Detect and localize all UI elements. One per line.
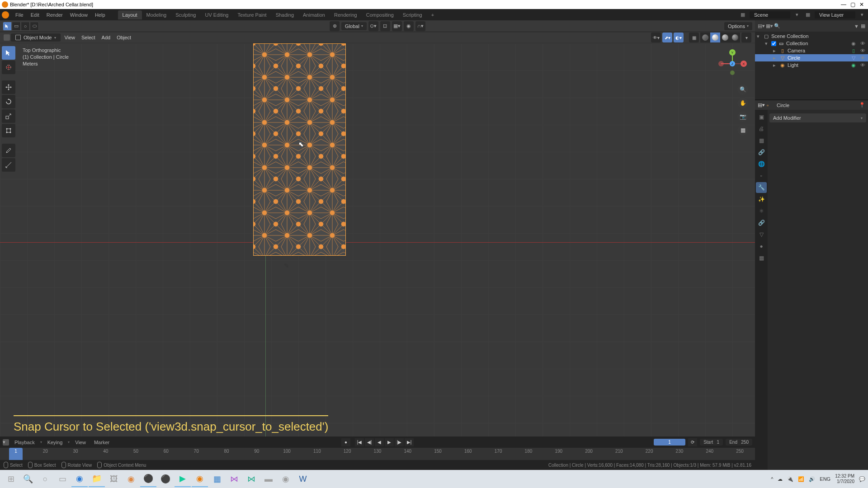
menu-edit[interactable]: Edit — [27, 12, 43, 18]
workspace-shading[interactable]: Shading — [271, 10, 298, 19]
tool-move[interactable] — [2, 80, 15, 94]
outliner-new-collection-icon[interactable]: ▦ — [861, 23, 865, 29]
shade-wireframe[interactable] — [700, 33, 710, 42]
minimize-button[interactable]: — — [839, 1, 848, 8]
autokey-icon[interactable]: ● — [341, 438, 350, 446]
shade-matpreview[interactable] — [720, 33, 730, 42]
taskbar-app-5[interactable]: ⚫ — [157, 471, 174, 487]
eye-icon[interactable]: 👁 — [859, 48, 866, 53]
playhead[interactable]: 1 — [9, 448, 23, 460]
menu-render[interactable]: Render — [43, 12, 66, 18]
tray-power-icon[interactable]: 🔌 — [787, 476, 793, 482]
workspace-animation[interactable]: Animation — [298, 10, 330, 19]
select-box-icon[interactable]: ▭ — [12, 22, 21, 31]
viewlayer-selector[interactable]: View Layer — [815, 11, 855, 19]
visibility-icon[interactable]: 👁▾ — [651, 33, 661, 42]
orientation-icon[interactable]: ⊕ — [330, 21, 340, 31]
outliner-filter-icon[interactable]: ▼ — [854, 23, 859, 29]
outliner-light[interactable]: ▸ ◉ Light ◉ 👁 — [755, 61, 868, 69]
scene-selector[interactable]: Scene — [750, 11, 790, 19]
nav-persp-icon[interactable]: ▦ — [737, 125, 748, 136]
outliner-camera[interactable]: ▸ ▯ Camera ▯ 👁 — [755, 47, 868, 54]
tray-volume-icon[interactable]: 🔊 — [809, 476, 815, 482]
taskbar-vs[interactable]: ⋈ — [226, 471, 242, 487]
select-lasso-icon[interactable]: ⬭ — [30, 22, 39, 31]
tab-modifiers[interactable]: 🔧 — [756, 182, 767, 193]
timeline-view[interactable]: View — [72, 440, 89, 445]
taskbar-app-8[interactable]: ▬ — [260, 471, 277, 487]
menu-file[interactable]: File — [12, 12, 27, 18]
maximize-button[interactable]: ▢ — [848, 1, 857, 8]
tool-transform[interactable] — [2, 124, 15, 137]
tool-cursor[interactable] — [2, 61, 15, 74]
keyframe-prev-icon[interactable]: ◀| — [365, 438, 374, 446]
gizmo-icon[interactable]: ⬈▾ — [662, 33, 672, 42]
transform-orientation[interactable]: Global ▾ — [341, 22, 367, 30]
workspace-modeling[interactable]: Modeling — [142, 10, 171, 19]
shading-options-icon[interactable]: ▾ — [741, 33, 751, 42]
tab-object[interactable]: ▫ — [756, 170, 767, 181]
taskbar-app-6[interactable]: ▶ — [175, 471, 191, 487]
viewlayer-new-icon[interactable]: ▾ — [858, 11, 866, 19]
workspace-texpaint[interactable]: Texture Paint — [233, 10, 271, 19]
scene-new-icon[interactable]: ▾ — [793, 11, 801, 19]
taskbar-explorer[interactable]: 📁 — [89, 471, 105, 487]
taskbar-chrome[interactable]: ◉ — [278, 471, 294, 487]
tool-measure[interactable] — [2, 158, 15, 172]
workspace-scripting[interactable]: Scripting — [398, 10, 427, 19]
viewport-menu-view[interactable]: View — [61, 35, 78, 40]
tool-rotate[interactable] — [2, 95, 15, 108]
workspace-compositing[interactable]: Compositing — [362, 10, 398, 19]
tab-mesh[interactable]: ▽ — [756, 229, 767, 240]
tab-texture[interactable]: ▦ — [756, 253, 767, 263]
tab-viewlayer[interactable]: ▦ — [756, 135, 767, 146]
timeline-keying[interactable]: Keying — [45, 440, 66, 445]
outliner-scene-collection[interactable]: ▾▢ Scene Collection — [755, 33, 868, 40]
scene-browse-icon[interactable]: ▦ — [739, 11, 747, 19]
system-clock[interactable]: 12:32 PM 1/7/2020 — [835, 474, 854, 484]
start-button[interactable]: ⊞ — [3, 471, 19, 487]
add-modifier-button[interactable]: Add Modifier▾ — [769, 113, 866, 122]
play-reverse-icon[interactable]: ◀ — [375, 438, 384, 446]
tool-annotate[interactable] — [2, 144, 15, 157]
tray-expand-icon[interactable]: ^ — [771, 476, 773, 482]
nav-gizmo[interactable]: Y X Z — [717, 48, 748, 80]
overlay-icon[interactable]: ◐▾ — [674, 33, 684, 42]
timeline-ruler[interactable]: 1 10 20 30 40 50 60 70 80 90 100 110 120… — [0, 448, 755, 460]
tool-options[interactable]: Options ▾ — [724, 22, 752, 30]
taskbar-app-3[interactable]: ◉ — [123, 471, 139, 487]
tab-constraints[interactable]: 🔗 — [756, 217, 767, 228]
eye-icon[interactable]: 👁 — [859, 41, 866, 46]
viewport-menu-add[interactable]: Add — [99, 35, 113, 40]
timeline-editor-icon[interactable]: ▾ — [3, 439, 9, 446]
current-frame-field[interactable]: 1 — [654, 439, 685, 446]
taskbar-app-7[interactable]: ▦ — [209, 471, 225, 487]
keyframe-next-icon[interactable]: |▶ — [395, 438, 404, 446]
xray-icon[interactable]: ▦ — [689, 33, 699, 42]
eye-icon[interactable]: 👁 — [859, 55, 866, 61]
eye-icon[interactable]: 👁 — [859, 62, 866, 68]
workspace-layout[interactable]: Layout — [118, 10, 142, 19]
blender-logo-icon[interactable] — [2, 11, 9, 19]
workspace-rendering[interactable]: Rendering — [330, 10, 362, 19]
tab-physics[interactable]: ⚛ — [756, 206, 767, 216]
menu-help[interactable]: Help — [91, 12, 109, 18]
pivot-icon[interactable]: ⊙▾ — [368, 21, 378, 31]
object-mode-dropdown[interactable]: Object Mode ▾ — [11, 33, 61, 42]
nav-zoom-icon[interactable]: 🔍 — [737, 84, 748, 95]
frame-link-icon[interactable]: ⟳ — [688, 438, 697, 446]
collection-checkbox[interactable] — [771, 41, 776, 46]
nav-pan-icon[interactable]: ✋ — [737, 98, 748, 108]
proportional-icon[interactable]: ◉ — [404, 21, 414, 31]
end-frame-field[interactable]: End 250 — [726, 439, 752, 446]
menu-window[interactable]: Window — [66, 12, 91, 18]
snap-type-icon[interactable]: ▦▾ — [392, 21, 402, 31]
shade-solid[interactable] — [710, 33, 720, 42]
tab-particles[interactable]: ✨ — [756, 194, 767, 205]
nav-camera-icon[interactable]: 📷 — [737, 111, 748, 122]
viewlayer-browse-icon[interactable]: ▦ — [804, 11, 812, 19]
viewport-menu-object[interactable]: Object — [114, 35, 134, 40]
proportional-type-icon[interactable]: ∩▾ — [415, 21, 425, 31]
timeline-playback[interactable]: Playback — [12, 440, 38, 445]
taskview-icon[interactable]: ▭ — [54, 471, 71, 487]
